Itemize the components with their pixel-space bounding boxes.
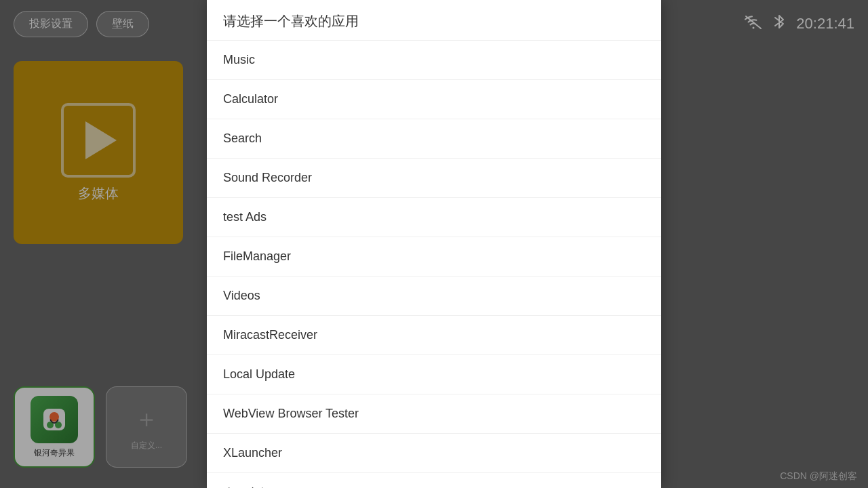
dialog-app-list: MusicCalculatorSearchSound Recordertest … xyxy=(207,41,661,488)
dialog-list-item[interactable]: FileManager xyxy=(207,237,661,277)
dialog-list-item[interactable]: WebView Browser Tester xyxy=(207,394,661,434)
dialog-list-item[interactable]: Calculator xyxy=(207,80,661,119)
dialog-list-item[interactable]: Videos xyxy=(207,277,661,316)
dialog-list-item[interactable]: Search xyxy=(207,119,661,159)
dialog-list-item[interactable]: Music xyxy=(207,41,661,80)
dialog-list-item[interactable]: test Ads xyxy=(207,198,661,237)
dialog-list-item[interactable]: MiracastReceiver xyxy=(207,316,661,355)
app-picker-dialog: 请选择一个喜欢的应用 MusicCalculatorSearchSound Re… xyxy=(207,0,661,488)
dialog-list-item[interactable]: Sound Recorder xyxy=(207,159,661,198)
dialog-list-item[interactable]: Local Update xyxy=(207,355,661,394)
dialog-title: 请选择一个喜欢的应用 xyxy=(207,0,661,41)
dialog-list-item[interactable]: XLauncher xyxy=(207,434,661,473)
dialog-list-item[interactable]: 当贝市场 xyxy=(207,473,661,488)
